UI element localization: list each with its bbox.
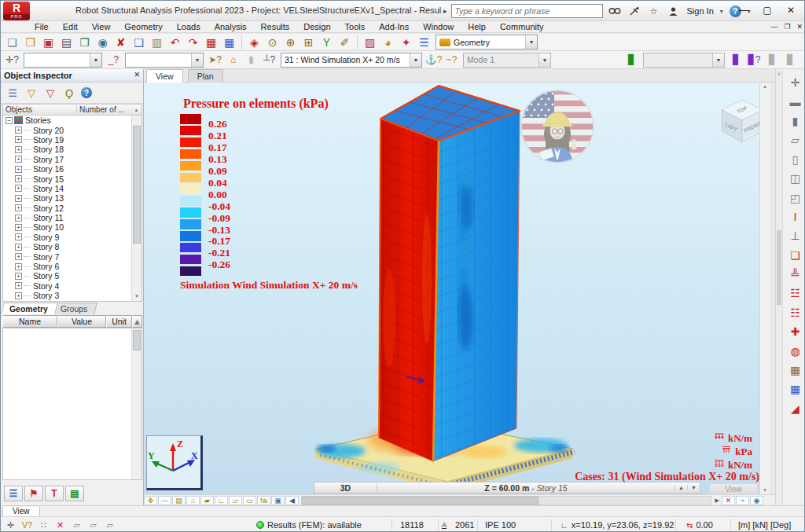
values-display-icon[interactable]: №	[257, 496, 270, 505]
copy-icon[interactable]: ❑	[130, 35, 148, 50]
scroll-up-icon[interactable]: ∧	[776, 69, 782, 76]
curve-delete-icon[interactable]: ✕	[722, 496, 735, 505]
help-icon[interactable]: ?	[81, 87, 92, 98]
scroll-thumb[interactable]	[133, 126, 141, 244]
layers-tab-icon[interactable]: ▤	[65, 486, 84, 501]
value-column-header[interactable]: Value	[57, 315, 106, 328]
menu-view[interactable]: View	[85, 21, 118, 32]
scroll-thumb[interactable]	[777, 230, 781, 305]
bars-filter-icon[interactable]: _?	[105, 52, 123, 68]
bar-symbols-icon[interactable]: ―	[158, 496, 171, 505]
mode-wave-icon[interactable]: ~?	[443, 52, 461, 68]
node-symbols-icon[interactable]: ✜	[144, 496, 157, 505]
expand-icon[interactable]: +	[15, 136, 22, 143]
number-column-header[interactable]: Number of ...	[77, 105, 131, 114]
calculations-icon[interactable]: ▦	[202, 35, 220, 50]
wave-icon[interactable]: ~	[736, 496, 749, 505]
expand-icon[interactable]: +	[15, 273, 22, 280]
scroll-up-icon[interactable]	[132, 116, 142, 124]
viewport-canvas[interactable]: Pressure on elements (kPa) 0.260.210.170…	[144, 83, 770, 494]
crane-icon[interactable]: ⚓?	[425, 52, 443, 68]
steel-section-icon[interactable]: I	[786, 207, 805, 226]
maps-icon[interactable]: ▊	[727, 52, 745, 68]
menu-loads[interactable]: Loads	[170, 21, 208, 32]
gray-2-icon[interactable]: ▊	[781, 52, 799, 68]
render-hatch-icon[interactable]: ▨	[361, 35, 379, 50]
toolbar-scrollbar[interactable]: ∧	[776, 69, 783, 505]
numbering-icon[interactable]: ✛	[786, 73, 805, 92]
expand-icon[interactable]: +	[15, 244, 22, 251]
display-switch-icon[interactable]: ▣	[271, 496, 285, 505]
filter-clear-icon[interactable]: ▽	[43, 86, 57, 100]
scroll-thumb[interactable]	[133, 330, 141, 350]
search-expand-icon[interactable]: ▸	[443, 7, 447, 15]
menu-window[interactable]: Window	[416, 21, 461, 32]
zoom-initial-icon[interactable]: ⊞	[300, 35, 318, 50]
result-bars-icon[interactable]: ▊	[623, 52, 641, 68]
expand-icon[interactable]: +	[15, 253, 22, 260]
tables-icon[interactable]: ▦	[786, 380, 805, 398]
view-type-combo[interactable]: Geometry ▼	[436, 35, 538, 50]
structural-axis-icon[interactable]: ▦	[786, 361, 805, 380]
area-load-icon[interactable]: ☷	[786, 303, 805, 322]
node-snap-icon[interactable]: Y	[318, 35, 336, 50]
tree-item-story[interactable]: +Story 19	[3, 135, 142, 145]
tree-item-story[interactable]: +Story 15	[3, 174, 142, 183]
flags-tab-icon[interactable]: ⚑	[24, 486, 43, 501]
zoom-window-icon[interactable]: ⊙	[263, 35, 281, 50]
combo-caret-icon[interactable]: ▼	[90, 53, 101, 67]
combo-caret-icon[interactable]: ▼	[410, 53, 421, 67]
mode-combo[interactable]: Mode 1▼	[463, 53, 551, 68]
expand-icon[interactable]: +	[15, 233, 22, 240]
expand-icon[interactable]: +	[15, 292, 22, 299]
undo-icon[interactable]: ↶	[166, 35, 184, 50]
scroll-down-icon[interactable]: ▼	[132, 292, 142, 301]
paste-icon[interactable]: ▥	[148, 35, 166, 50]
blank-icon[interactable]: ▮	[242, 52, 260, 68]
favorites-star-icon[interactable]: ☆	[646, 4, 662, 18]
tree-item-story[interactable]: +Story 7	[3, 251, 142, 261]
tab-geometry[interactable]: Geometry	[1, 303, 58, 314]
expand-icon[interactable]: +	[15, 263, 22, 270]
modules-icon[interactable]: ∷	[37, 519, 50, 531]
close-button[interactable]: ✕	[779, 2, 803, 18]
selection-mode-icon[interactable]: ✛	[4, 519, 17, 531]
tree-item-story[interactable]: +Story 6	[3, 262, 142, 271]
tree-item-story[interactable]: +Story 13	[3, 193, 142, 203]
column-icon[interactable]: ▮	[786, 112, 805, 130]
sections-display-icon[interactable]: ▰	[200, 496, 214, 505]
search-icon[interactable]	[607, 4, 623, 18]
tools-wrench-icon[interactable]: ✦	[397, 35, 415, 50]
load-case-combo[interactable]: 31 : Wind Simulation X+ 20 m/s▼	[281, 53, 422, 68]
expand-icon[interactable]: +	[15, 215, 22, 222]
bars-combo[interactable]: ▼	[125, 53, 204, 68]
minimize-button[interactable]: —	[732, 2, 755, 18]
expand-icon[interactable]: +	[15, 146, 22, 153]
tree-item-story[interactable]: +Story 16	[3, 164, 142, 174]
screenshot-small-icon[interactable]: ◉	[750, 496, 763, 505]
new-icon[interactable]: ❏	[3, 35, 21, 50]
screen-capture-icon[interactable]: ◉	[94, 35, 112, 50]
redo-icon[interactable]: ↷	[184, 35, 202, 50]
tree-item-story[interactable]: +Story 10	[3, 222, 142, 232]
node-count[interactable]: 18118	[400, 517, 424, 532]
tree-item-story[interactable]: +Story 17	[3, 155, 142, 164]
support-icon[interactable]: ╩	[786, 265, 805, 284]
print-preview-icon[interactable]: ❐	[75, 35, 94, 50]
tree-item-story[interactable]: +Story 18	[3, 145, 142, 154]
menu-community[interactable]: Community	[493, 21, 551, 32]
menu-file[interactable]: File	[28, 21, 56, 32]
view-window-icon[interactable]: ⌂	[224, 52, 242, 68]
story-down-icon[interactable]: ▼	[687, 485, 700, 490]
cube-1-icon[interactable]: ▱	[70, 519, 83, 531]
tree-scrollbar[interactable]: ▼	[131, 116, 142, 301]
tree-item-story[interactable]: +Story 4	[3, 281, 142, 291]
view-mode-label[interactable]: 3D	[314, 483, 377, 493]
tree-item-story[interactable]: +Story 8	[3, 242, 142, 251]
section-cut-icon[interactable]: ◢	[786, 399, 805, 418]
cut-icon[interactable]: ✕	[53, 519, 67, 531]
tab-view[interactable]: View	[146, 69, 183, 83]
sign-in-caret-icon[interactable]: ▾	[720, 8, 723, 15]
collapse-icon[interactable]: −	[6, 117, 13, 124]
maps-help-icon[interactable]: ▊?	[745, 52, 763, 68]
